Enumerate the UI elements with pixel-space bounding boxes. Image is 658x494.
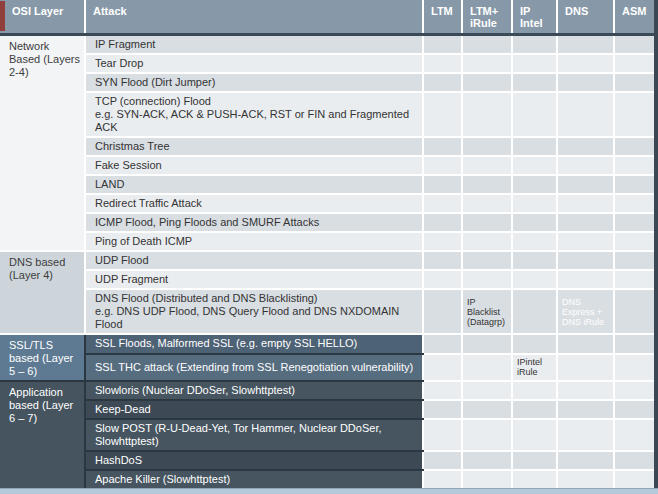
attack-name-cell: Apache Killer (Slowhttptest) xyxy=(85,470,423,489)
col-header-attack: Attack xyxy=(85,0,423,35)
coverage-cell-ltm xyxy=(423,35,462,55)
coverage-cell-dns xyxy=(557,35,614,55)
coverage-cell-ltm xyxy=(423,213,462,232)
coverage-cell-ltm xyxy=(423,73,462,92)
attack-name: SSL THC attack (Extending from SSL Reneg… xyxy=(95,361,418,374)
window-bottom-edge xyxy=(0,488,658,494)
coverage-cell-ltm xyxy=(423,92,462,137)
attack-name: Christmas Tree xyxy=(95,140,418,153)
coverage-cell-asm xyxy=(614,156,654,175)
attack-name-cell: Ping of Death ICMP xyxy=(85,232,423,251)
attack-name-cell: SSL THC attack (Extending from SSL Reneg… xyxy=(85,354,423,381)
coverage-cell-dns xyxy=(557,381,614,400)
coverage-cell-ltm-irule xyxy=(462,400,512,419)
coverage-cell-asm xyxy=(614,354,654,381)
coverage-cell-ltm-irule xyxy=(462,334,512,354)
coverage-cell-asm xyxy=(614,289,654,334)
col-header-asm: ASM xyxy=(614,0,654,35)
attack-row: Redirect Traffic Attack xyxy=(0,194,654,213)
coverage-cell-asm xyxy=(614,381,654,400)
coverage-cell-asm xyxy=(614,54,654,73)
coverage-cell-asm xyxy=(614,400,654,419)
coverage-cell-dns xyxy=(557,175,614,194)
coverage-cell-ip-intel xyxy=(512,334,557,354)
coverage-cell-asm xyxy=(614,92,654,137)
attack-name: LAND xyxy=(95,178,418,191)
coverage-cell-dns xyxy=(557,232,614,251)
osi-section-label-dns: DNS based (Layer 4) xyxy=(0,251,85,334)
coverage-cell-asm xyxy=(614,213,654,232)
coverage-cell-asm xyxy=(614,251,654,270)
coverage-cell-ltm-irule xyxy=(462,470,512,489)
coverage-cell-ltm-irule xyxy=(462,92,512,137)
coverage-cell-ltm xyxy=(423,334,462,354)
coverage-cell-ip-intel xyxy=(512,400,557,419)
attack-name-cell: Redirect Traffic Attack xyxy=(85,194,423,213)
col-header-ltm: LTM xyxy=(423,0,462,35)
attack-name-cell: ICMP Flood, Ping Floods and SMURF Attack… xyxy=(85,213,423,232)
coverage-cell-dns xyxy=(557,92,614,137)
attack-name: UDP Fragment xyxy=(95,273,418,286)
coverage-cell-ip-intel xyxy=(512,270,557,289)
coverage-cell-dns xyxy=(557,419,614,451)
coverage-cell-ip-intel xyxy=(512,73,557,92)
coverage-cell-ltm-irule xyxy=(462,175,512,194)
window-right-edge xyxy=(654,0,658,494)
attack-name-cell: UDP Fragment xyxy=(85,270,423,289)
coverage-cell-dns xyxy=(557,354,614,381)
attack-row: ICMP Flood, Ping Floods and SMURF Attack… xyxy=(0,213,654,232)
coverage-cell-ip-intel xyxy=(512,381,557,400)
coverage-cell-ltm xyxy=(423,251,462,270)
osi-section-label-ssl: SSL/TLS based (Layer 5 – 6) xyxy=(0,334,85,381)
coverage-cell-ip-intel xyxy=(512,232,557,251)
attack-name-cell: UDP Flood xyxy=(85,251,423,270)
coverage-cell-ltm xyxy=(423,270,462,289)
attack-name-cell: Slow POST (R-U-Dead-Yet, Tor Hammer, Nuc… xyxy=(85,419,423,451)
attack-row: DNS based (Layer 4)UDP Flood xyxy=(0,251,654,270)
attack-row: SYN Flood (Dirt Jumper) xyxy=(0,73,654,92)
attack-row: SSL/TLS based (Layer 5 – 6)SSL Floods, M… xyxy=(0,334,654,354)
coverage-cell-ltm-irule xyxy=(462,73,512,92)
attack-row: Fake Session xyxy=(0,156,654,175)
coverage-cell-ltm-irule xyxy=(462,251,512,270)
coverage-cell-dns xyxy=(557,251,614,270)
coverage-cell-ltm xyxy=(423,137,462,156)
attack-examples: e.g. SYN-ACK, ACK & PUSH-ACK, RST or FIN… xyxy=(95,108,418,134)
attack-name-cell: Fake Session xyxy=(85,156,423,175)
coverage-cell-ip-intel xyxy=(512,194,557,213)
col-header-ltm-irule: LTM+ iRule xyxy=(462,0,512,35)
attack-row: TCP (connection) Floode.g. SYN-ACK, ACK … xyxy=(0,92,654,137)
coverage-cell-asm xyxy=(614,470,654,489)
attack-row: Apache Killer (Slowhttptest) xyxy=(0,470,654,489)
attack-name: TCP (connection) Flood xyxy=(95,95,418,108)
attack-name: Fake Session xyxy=(95,159,418,172)
attack-name-cell: SSL Floods, Malformed SSL (e.g. empty SS… xyxy=(85,334,423,354)
col-header-osi-layer: OSI Layer xyxy=(0,0,85,35)
coverage-cell-ltm xyxy=(423,381,462,400)
coverage-cell-asm xyxy=(614,137,654,156)
coverage-cell-ltm xyxy=(423,194,462,213)
coverage-cell-ltm-irule xyxy=(462,381,512,400)
coverage-cell-asm xyxy=(614,73,654,92)
coverage-cell-ltm xyxy=(423,156,462,175)
coverage-cell-ip-intel xyxy=(512,35,557,55)
attack-examples: e.g. DNS UDP Flood, DNS Query Flood and … xyxy=(95,305,418,331)
coverage-cell-ip-intel xyxy=(512,92,557,137)
coverage-cell-asm xyxy=(614,334,654,354)
coverage-cell-ltm-irule xyxy=(462,54,512,73)
coverage-cell-asm xyxy=(614,270,654,289)
coverage-cell-dns xyxy=(557,156,614,175)
coverage-cell-ip-intel xyxy=(512,137,557,156)
attack-row: Keep-Dead xyxy=(0,400,654,419)
coverage-cell-ip-intel xyxy=(512,156,557,175)
osi-section-label-app: Application based (Layer 6 – 7) xyxy=(0,381,85,494)
coverage-cell-ltm-irule xyxy=(462,156,512,175)
coverage-cell-ltm xyxy=(423,289,462,334)
attack-name: ICMP Flood, Ping Floods and SMURF Attack… xyxy=(95,216,418,229)
attack-row: Slow POST (R-U-Dead-Yet, Tor Hammer, Nuc… xyxy=(0,419,654,451)
coverage-cell-asm xyxy=(614,35,654,55)
coverage-cell-ip-intel xyxy=(512,289,557,334)
coverage-cell-dns xyxy=(557,73,614,92)
coverage-cell-ltm-irule xyxy=(462,451,512,470)
coverage-cell-ltm xyxy=(423,400,462,419)
